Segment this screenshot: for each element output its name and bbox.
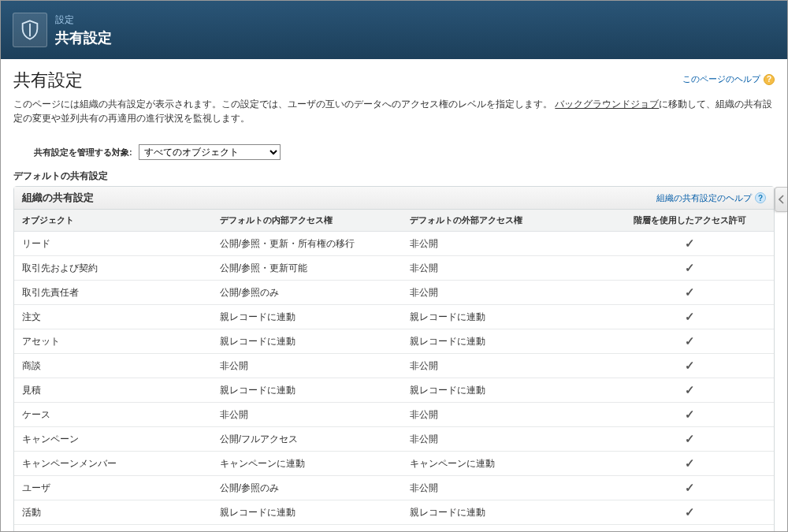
cell-object: 取引先責任者 bbox=[14, 281, 212, 305]
check-icon: ✓ bbox=[685, 334, 695, 348]
cell-internal: 非公開 bbox=[212, 354, 402, 378]
cell-internal: 公開/参照・更新・所有権の移行 bbox=[212, 232, 402, 256]
cell-external: 親レコードに連動 bbox=[402, 378, 607, 403]
section-label: デフォルトの共有設定 bbox=[13, 169, 775, 183]
page-help: このページのヘルプ ? bbox=[682, 73, 775, 85]
owd-table: オブジェクト デフォルトの内部アクセス権 デフォルトの外部アクセス権 階層を使用… bbox=[14, 210, 774, 531]
cell-hierarchy: ✓ bbox=[607, 500, 774, 525]
side-expand-tab[interactable] bbox=[775, 187, 787, 212]
check-icon: ✓ bbox=[685, 359, 695, 372]
cell-external: 親レコードに連動 bbox=[402, 305, 607, 329]
table-row: ケース非公開非公開✓ bbox=[14, 403, 774, 427]
table-row: 見積親レコードに連動親レコードに連動✓ bbox=[14, 378, 774, 403]
cell-hierarchy: ✓ bbox=[607, 403, 774, 427]
cell-external: キャンペーンに連動 bbox=[402, 452, 607, 476]
table-row: 取引先責任者公開/参照のみ非公開✓ bbox=[14, 281, 774, 305]
cell-internal: 公開/参照・更新可能 bbox=[212, 256, 402, 281]
banner-title: 共有設定 bbox=[55, 28, 112, 47]
check-icon: ✓ bbox=[685, 236, 695, 250]
table-row: リード公開/参照・更新・所有権の移行非公開✓ bbox=[14, 232, 774, 256]
cell-object: 取引先および契約 bbox=[14, 256, 212, 281]
cell-hierarchy: ✓ bbox=[607, 305, 774, 329]
check-icon: ✓ bbox=[685, 261, 695, 274]
filter-label: 共有設定を管理する対象: bbox=[34, 147, 132, 158]
cell-object: キャンペーン bbox=[14, 427, 212, 452]
cell-object: ユーザ bbox=[14, 476, 212, 500]
cell-hierarchy: ✓ bbox=[607, 256, 774, 281]
cell-internal: 親レコードに連動 bbox=[212, 329, 402, 354]
table-row: 活動親レコードに連動親レコードに連動✓ bbox=[14, 500, 774, 525]
panel-title: 組織の共有設定 bbox=[22, 191, 94, 205]
cell-external: 非公開 bbox=[402, 403, 607, 427]
filter-select[interactable]: すべてのオブジェクト bbox=[139, 144, 281, 160]
cell-object: 見積 bbox=[14, 378, 212, 403]
cell-object: アセット bbox=[14, 329, 212, 354]
page-title: 共有設定 bbox=[13, 69, 83, 92]
cell-hierarchy: ✓ bbox=[607, 329, 774, 354]
cell-object: 活動 bbox=[14, 500, 212, 525]
cell-hierarchy: ✓ bbox=[607, 232, 774, 256]
banner: 設定 共有設定 bbox=[1, 1, 787, 59]
cell-external: 非公開 bbox=[402, 232, 607, 256]
owd-panel: 組織の共有設定 組織の共有設定のヘルプ ? オブジェクト デフォルトの内部アクセ… bbox=[13, 186, 775, 531]
cell-hierarchy: ✓ bbox=[607, 354, 774, 378]
cell-internal: 親レコードに連動 bbox=[212, 500, 402, 525]
page-head: 共有設定 このページのヘルプ ? bbox=[13, 69, 775, 92]
cell-object: カレンダー bbox=[14, 525, 212, 532]
cell-hierarchy: ✓ bbox=[607, 452, 774, 476]
th-hierarchy: 階層を使用したアクセス許可 bbox=[607, 210, 774, 232]
cell-external: 詳細の非表示、新規行動の追加 bbox=[402, 525, 607, 532]
check-icon: ✓ bbox=[685, 407, 695, 421]
table-row: 取引先および契約公開/参照・更新可能非公開✓ bbox=[14, 256, 774, 281]
page-help-link[interactable]: このページのヘルプ bbox=[682, 73, 760, 85]
check-icon: ✓ bbox=[685, 310, 695, 323]
cell-internal: 親レコードに連動 bbox=[212, 378, 402, 403]
table-row: カレンダー詳細の非表示、新規行動の追加詳細の非表示、新規行動の追加✓ bbox=[14, 525, 774, 532]
cell-external: 親レコードに連動 bbox=[402, 329, 607, 354]
cell-internal: 非公開 bbox=[212, 403, 402, 427]
panel-help-link[interactable]: 組織の共有設定のヘルプ bbox=[656, 192, 752, 204]
cell-internal: 公開/参照のみ bbox=[212, 281, 402, 305]
table-row: 注文親レコードに連動親レコードに連動✓ bbox=[14, 305, 774, 329]
table-row: キャンペーンメンバーキャンペーンに連動キャンペーンに連動✓ bbox=[14, 452, 774, 476]
cell-external: 非公開 bbox=[402, 427, 607, 452]
check-icon: ✓ bbox=[685, 530, 695, 531]
table-row: キャンペーン公開/フルアクセス非公開✓ bbox=[14, 427, 774, 452]
check-icon: ✓ bbox=[685, 432, 695, 445]
cell-external: 親レコードに連動 bbox=[402, 500, 607, 525]
panel-help: 組織の共有設定のヘルプ ? bbox=[656, 192, 766, 204]
table-row: アセット親レコードに連動親レコードに連動✓ bbox=[14, 329, 774, 354]
background-jobs-link[interactable]: バックグラウンドジョブ bbox=[555, 99, 659, 110]
check-icon: ✓ bbox=[685, 456, 695, 470]
cell-object: 商談 bbox=[14, 354, 212, 378]
cell-external: 非公開 bbox=[402, 281, 607, 305]
cell-hierarchy: ✓ bbox=[607, 281, 774, 305]
th-internal: デフォルトの内部アクセス権 bbox=[212, 210, 402, 232]
cell-internal: 親レコードに連動 bbox=[212, 305, 402, 329]
filter-row: 共有設定を管理する対象: すべてのオブジェクト bbox=[13, 138, 775, 169]
check-icon: ✓ bbox=[685, 383, 695, 396]
cell-hierarchy: ✓ bbox=[607, 525, 774, 532]
cell-external: 非公開 bbox=[402, 256, 607, 281]
check-icon: ✓ bbox=[685, 481, 695, 494]
cell-internal: 公開/参照のみ bbox=[212, 476, 402, 500]
banner-text: 設定 共有設定 bbox=[55, 13, 112, 47]
cell-object: ケース bbox=[14, 403, 212, 427]
cell-external: 非公開 bbox=[402, 354, 607, 378]
cell-object: リード bbox=[14, 232, 212, 256]
th-object: オブジェクト bbox=[14, 210, 212, 232]
cell-object: 注文 bbox=[14, 305, 212, 329]
cell-internal: 詳細の非表示、新規行動の追加 bbox=[212, 525, 402, 532]
help-icon[interactable]: ? bbox=[764, 74, 775, 85]
cell-object: キャンペーンメンバー bbox=[14, 452, 212, 476]
breadcrumb[interactable]: 設定 bbox=[55, 13, 112, 27]
table-row: ユーザ公開/参照のみ非公開✓ bbox=[14, 476, 774, 500]
cell-hierarchy: ✓ bbox=[607, 427, 774, 452]
check-icon: ✓ bbox=[685, 285, 695, 299]
help-icon[interactable]: ? bbox=[755, 192, 766, 203]
panel-head: 組織の共有設定 組織の共有設定のヘルプ ? bbox=[14, 187, 774, 210]
check-icon: ✓ bbox=[685, 505, 695, 519]
cell-internal: 公開/フルアクセス bbox=[212, 427, 402, 452]
desc-pre: このページには組織の共有設定が表示されます。この設定では、ユーザの互いのデータへ… bbox=[13, 99, 552, 110]
page-description: このページには組織の共有設定が表示されます。この設定では、ユーザの互いのデータへ… bbox=[13, 97, 775, 125]
